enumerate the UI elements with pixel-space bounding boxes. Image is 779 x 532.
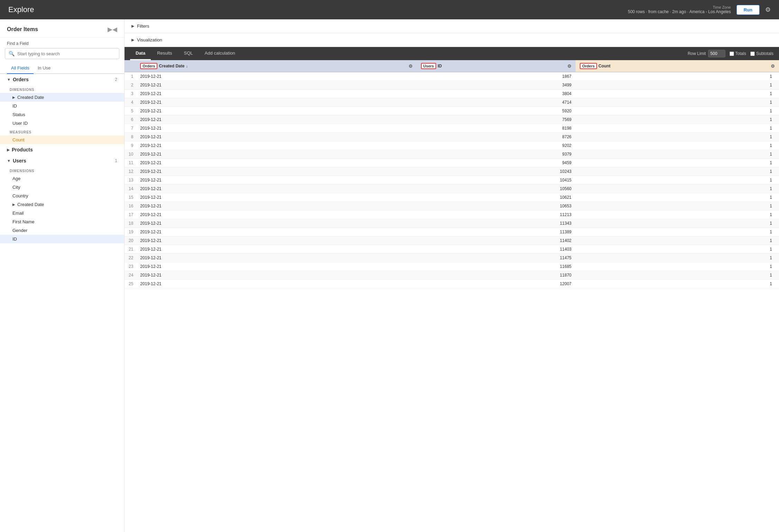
field-users-first-name[interactable]: First Name [0,217,124,226]
subtotals-checkbox-group: Subtotals [750,51,773,56]
field-orders-created-date[interactable]: ▶ Created Date [0,93,124,102]
cell-count: 1 [576,141,779,150]
cell-user-id: 3499 [417,81,576,90]
col-header-users-id[interactable]: Users ID ⚙ [417,60,576,72]
field-users-age[interactable]: Age [0,174,124,183]
cell-date: 2019-12-21 [136,124,416,133]
cell-user-id: 10653 [417,202,576,211]
settings-icon[interactable]: ⚙ [765,6,771,13]
cell-count: 1 [576,193,779,202]
cell-date: 2019-12-21 [136,176,416,185]
products-group-name: Products [12,147,33,152]
cell-date: 2019-12-21 [136,133,416,141]
orders-group-count: 2 [115,77,117,82]
cell-rownum: 13 [125,176,136,185]
cell-date: 2019-12-21 [136,98,416,107]
totals-checkbox[interactable] [730,52,734,56]
group-products[interactable]: ▶ Products [0,144,124,155]
field-orders-status[interactable]: Status [0,110,124,119]
filters-header[interactable]: ▶ Filters [131,24,772,29]
field-users-id[interactable]: ID [0,235,124,243]
col-settings-icon-3[interactable]: ⚙ [771,64,775,69]
tab-all-fields[interactable]: All Fields [7,63,34,74]
cell-user-id: 12007 [417,280,576,288]
table-row: 20 2019-12-21 11402 1 [125,236,779,245]
field-users-email[interactable]: Email [0,209,124,217]
cell-rownum: 5 [125,107,136,115]
table-row: 3 2019-12-21 3804 1 [125,90,779,98]
table-row: 16 2019-12-21 10653 1 [125,202,779,211]
toolbar-tab-sql[interactable]: SQL [178,47,199,60]
cell-count: 1 [576,245,779,254]
cell-user-id: 9459 [417,159,576,167]
row-limit-group: Row Limit [688,50,725,57]
field-orders-id[interactable]: ID [0,102,124,110]
cell-user-id: 11403 [417,245,576,254]
cell-count: 1 [576,167,779,176]
col-settings-icon-2[interactable]: ⚙ [567,64,571,69]
users-dimensions-label: DIMENSIONS [0,166,124,174]
cell-rownum: 19 [125,228,136,236]
cell-count: 1 [576,72,779,81]
table-row: 11 2019-12-21 9459 1 [125,159,779,167]
sidebar: Order Items ▶◀ Find a Field 🔍 All Fields… [0,19,125,532]
col-settings-icon-1[interactable]: ⚙ [409,64,413,69]
table-row: 18 2019-12-21 11343 1 [125,219,779,228]
users-group-count: 1 [115,158,117,163]
tab-in-use[interactable]: In Use [34,63,55,74]
col-header-orders-created-date[interactable]: Orders Created Date ↓ ⚙ [136,60,416,72]
toolbar-tab-add-calculation[interactable]: Add calculation [199,47,241,60]
table-row: 12 2019-12-21 10243 1 [125,167,779,176]
cell-count: 1 [576,115,779,124]
cell-date: 2019-12-21 [136,262,416,271]
cell-rownum: 8 [125,133,136,141]
users-badge: Users [421,63,437,69]
cell-date: 2019-12-21 [136,254,416,262]
users-chevron: ▼ [7,159,11,163]
visualization-section: ▶ Visualization [125,33,779,47]
group-orders[interactable]: ▼ Orders 2 [0,74,124,85]
toolbar-tab-data[interactable]: Data [130,47,151,60]
row-limit-input[interactable] [708,50,725,57]
cell-date: 2019-12-21 [136,185,416,193]
timezone-label: Time Zone [628,5,731,9]
filters-label: Filters [137,24,149,29]
group-users[interactable]: ▼ Users 1 [0,155,124,166]
cell-rownum: 25 [125,280,136,288]
header-right: Time Zone 500 rows · from cache · 2m ago… [628,5,771,15]
field-orders-user-id[interactable]: User ID [0,119,124,128]
table-row: 5 2019-12-21 5920 1 [125,107,779,115]
cell-count: 1 [576,236,779,245]
table-row: 13 2019-12-21 10415 1 [125,176,779,185]
field-users-created-date[interactable]: ▶ Created Date [0,200,124,209]
orders-badge-2: Orders [580,63,597,69]
table-row: 1 2019-12-21 1867 1 [125,72,779,81]
cell-rownum: 15 [125,193,136,202]
cell-user-id: 10415 [417,176,576,185]
col-header-rownum [125,60,136,72]
cell-user-id: 11685 [417,262,576,271]
run-button[interactable]: Run [736,5,760,15]
cell-rownum: 24 [125,271,136,280]
search-input[interactable] [17,51,116,56]
col-header-orders-count[interactable]: Orders Count ⚙ [576,60,779,72]
field-orders-count[interactable]: Count [0,136,124,144]
collapse-sidebar-button[interactable]: ▶◀ [108,26,117,33]
totals-label: Totals [735,51,746,56]
table-row: 19 2019-12-21 11389 1 [125,228,779,236]
col-label-users-id: ID [438,64,442,68]
cell-count: 1 [576,81,779,90]
filters-chevron: ▶ [131,24,134,28]
subtotals-checkbox[interactable] [750,52,755,56]
field-users-country[interactable]: Country [0,192,124,200]
cell-date: 2019-12-21 [136,167,416,176]
toolbar-tab-results[interactable]: Results [152,47,177,60]
field-users-gender[interactable]: Gender [0,226,124,235]
cell-count: 1 [576,124,779,133]
cell-date: 2019-12-21 [136,280,416,288]
cell-count: 1 [576,98,779,107]
cell-user-id: 11870 [417,271,576,280]
field-users-city[interactable]: City [0,183,124,192]
cell-date: 2019-12-21 [136,202,416,211]
visualization-header[interactable]: ▶ Visualization [131,37,772,43]
